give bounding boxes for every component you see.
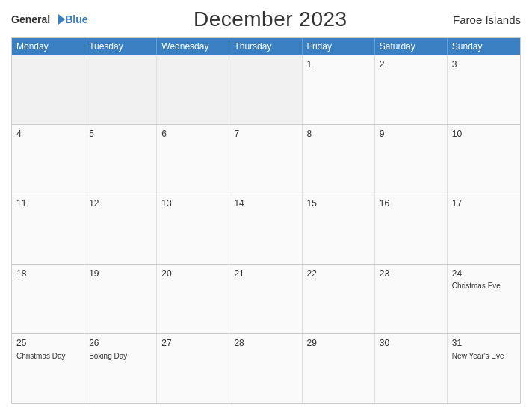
day-number: 15 — [307, 197, 370, 210]
logo-general-text: General — [11, 13, 50, 25]
day-number: 19 — [89, 268, 152, 280]
day-number: 21 — [234, 268, 297, 280]
week-row-4: 18192021222324Christmas Eve — [12, 264, 520, 333]
cal-cell-0-3 — [229, 55, 302, 124]
cal-cell-0-1 — [84, 55, 157, 124]
calendar: MondayTuesdayWednesdayThursdayFridaySatu… — [11, 37, 521, 404]
day-number: 8 — [307, 128, 370, 140]
day-event: Boxing Day — [89, 351, 152, 361]
header-cell-wednesday: Wednesday — [157, 38, 229, 55]
cal-cell-1-2: 6 — [157, 125, 229, 194]
header: General Blue December 2023 Faroe Islands — [11, 7, 521, 31]
day-number: 28 — [234, 337, 297, 350]
cal-cell-4-4: 29 — [303, 334, 375, 403]
week-row-2: 45678910 — [12, 124, 520, 194]
cal-cell-3-4: 22 — [303, 265, 375, 333]
day-number: 29 — [307, 337, 370, 350]
day-number: 16 — [380, 197, 442, 210]
header-cell-thursday: Thursday — [229, 38, 302, 55]
calendar-body: 123456789101112131415161718192021222324C… — [12, 55, 520, 403]
cal-cell-2-4: 15 — [303, 194, 375, 263]
cal-cell-3-1: 19 — [84, 265, 157, 333]
cal-cell-4-5: 30 — [375, 334, 448, 403]
day-number: 30 — [380, 337, 442, 350]
day-number: 5 — [89, 128, 152, 140]
day-number: 27 — [161, 337, 224, 350]
cal-cell-1-3: 7 — [229, 125, 302, 194]
day-number: 6 — [161, 128, 224, 140]
week-row-5: 25Christmas Day26Boxing Day2728293031New… — [12, 333, 520, 403]
calendar-title: December 2023 — [194, 7, 347, 31]
cal-cell-4-1: 26Boxing Day — [84, 334, 157, 403]
region-label: Faroe Islands — [453, 13, 521, 26]
header-cell-monday: Monday — [12, 38, 84, 55]
cal-cell-1-4: 8 — [303, 125, 375, 194]
day-number: 9 — [380, 128, 442, 140]
cal-cell-2-5: 16 — [375, 194, 448, 263]
page: General Blue December 2023 Faroe Islands… — [0, 0, 532, 411]
day-number: 24 — [452, 268, 516, 280]
cal-cell-0-4: 1 — [303, 55, 375, 124]
day-number: 2 — [380, 58, 442, 71]
cal-cell-3-6: 24Christmas Eve — [448, 265, 520, 333]
cal-cell-3-0: 18 — [12, 265, 84, 333]
header-cell-friday: Friday — [303, 38, 375, 55]
cal-cell-2-0: 11 — [12, 194, 84, 263]
day-number: 10 — [452, 128, 516, 140]
header-cell-saturday: Saturday — [375, 38, 448, 55]
day-event: Christmas Day — [16, 351, 79, 361]
cal-cell-4-2: 27 — [157, 334, 229, 403]
cal-cell-0-6: 3 — [448, 55, 520, 124]
cal-cell-1-0: 4 — [12, 125, 84, 194]
day-number: 13 — [161, 197, 224, 210]
calendar-header-row: MondayTuesdayWednesdayThursdayFridaySatu… — [12, 38, 520, 55]
cal-cell-2-1: 12 — [84, 194, 157, 263]
day-number: 7 — [234, 128, 297, 140]
day-number: 20 — [161, 268, 224, 280]
day-number: 18 — [16, 268, 79, 280]
cal-cell-2-3: 14 — [229, 194, 302, 263]
day-number: 1 — [307, 58, 370, 71]
cal-cell-2-6: 17 — [448, 194, 520, 263]
cal-cell-1-1: 5 — [84, 125, 157, 194]
cal-cell-3-2: 20 — [157, 265, 229, 333]
cal-cell-1-6: 10 — [448, 125, 520, 194]
cal-cell-0-5: 2 — [375, 55, 448, 124]
logo-flag-icon — [52, 13, 65, 26]
day-event: New Year's Eve — [452, 351, 516, 361]
day-number: 31 — [452, 337, 516, 350]
cal-cell-1-5: 9 — [375, 125, 448, 194]
week-row-3: 11121314151617 — [12, 194, 520, 263]
day-number: 23 — [380, 268, 442, 280]
logo: General Blue — [11, 13, 87, 26]
day-event: Christmas Eve — [452, 281, 516, 291]
cal-cell-2-2: 13 — [157, 194, 229, 263]
cal-cell-0-0 — [12, 55, 84, 124]
logo-blue-text: Blue — [65, 13, 87, 25]
day-number: 14 — [234, 197, 297, 210]
day-number: 26 — [89, 337, 152, 350]
day-number: 17 — [452, 197, 516, 210]
cal-cell-3-5: 23 — [375, 265, 448, 333]
day-number: 3 — [452, 58, 516, 71]
cal-cell-4-6: 31New Year's Eve — [448, 334, 520, 403]
cal-cell-0-2 — [157, 55, 229, 124]
day-number: 22 — [307, 268, 370, 280]
cal-cell-4-3: 28 — [229, 334, 302, 403]
day-number: 11 — [16, 197, 79, 210]
cal-cell-4-0: 25Christmas Day — [12, 334, 84, 403]
cal-cell-3-3: 21 — [229, 265, 302, 333]
svg-marker-0 — [58, 14, 65, 25]
header-cell-tuesday: Tuesday — [84, 38, 157, 55]
day-number: 4 — [16, 128, 79, 140]
day-number: 12 — [89, 197, 152, 210]
week-row-1: 123 — [12, 55, 520, 124]
header-cell-sunday: Sunday — [448, 38, 520, 55]
day-number: 25 — [16, 337, 79, 350]
